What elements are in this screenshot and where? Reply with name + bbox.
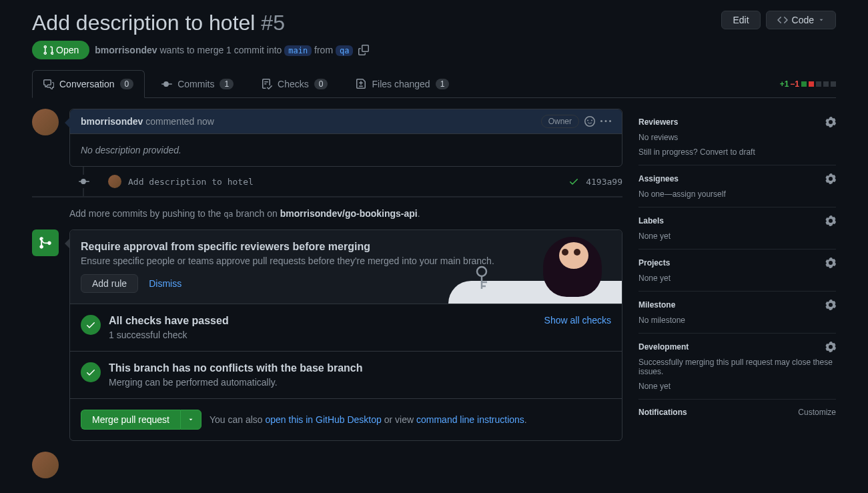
code-icon <box>777 15 788 25</box>
development-body: None yet <box>638 382 836 391</box>
base-branch[interactable]: main <box>284 45 312 56</box>
assignees-body[interactable]: No one—assign yourself <box>638 189 836 199</box>
checks-desc: 1 successful check <box>109 330 536 340</box>
tab-commits[interactable]: Commits 1 <box>150 70 245 97</box>
labels-body: None yet <box>638 231 836 241</box>
checks-status-icon <box>81 315 101 335</box>
pr-author[interactable]: bmorrisondev <box>95 45 157 55</box>
checks-title: All checks have passed <box>109 315 536 327</box>
commit-author-avatar <box>108 175 121 188</box>
git-pull-request-icon <box>43 45 53 55</box>
show-all-checks[interactable]: Show all checks <box>544 315 611 326</box>
reviewers-title: Reviewers <box>638 117 678 127</box>
git-merge-icon <box>39 236 52 250</box>
commit-sha[interactable]: 4193a99 <box>586 177 622 187</box>
notifications-title: Notifications <box>638 408 687 417</box>
comment-box: bmorrisondev commented now Owner No desc… <box>69 109 622 167</box>
comment-time: commented now <box>145 116 214 127</box>
projects-title: Projects <box>638 258 670 268</box>
development-desc: Successfully merging this pull request m… <box>638 358 836 376</box>
customize-link[interactable]: Customize <box>798 408 836 417</box>
files-count: 1 <box>436 79 450 89</box>
cli-instructions-link[interactable]: command line instructions <box>416 414 524 425</box>
convert-draft-link[interactable]: Still in progress? Convert to draft <box>638 147 836 157</box>
check-icon <box>568 176 579 187</box>
git-commit-icon <box>161 79 172 89</box>
merge-pull-request-button[interactable]: Merge pull request <box>81 410 180 430</box>
kebab-icon[interactable] <box>600 116 611 127</box>
checklist-icon <box>262 79 272 89</box>
gear-icon[interactable] <box>825 173 836 184</box>
tab-conversation[interactable]: Conversation 0 <box>32 70 145 98</box>
merge-summary: bmorrisondev wants to merge 1 commit int… <box>95 45 353 55</box>
gear-icon[interactable] <box>825 215 836 226</box>
milestone-body: No milestone <box>638 316 836 325</box>
pr-title: Add description to hotel #5 <box>32 11 285 35</box>
merge-hint: You can also open this in GitHub Desktop… <box>209 414 527 425</box>
pr-title-text: Add description to hotel <box>32 11 255 35</box>
projects-body: None yet <box>638 274 836 283</box>
code-button[interactable]: Code <box>766 11 836 29</box>
add-rule-button[interactable]: Add rule <box>81 274 138 293</box>
conflict-title: This branch has no conflicts with the ba… <box>109 362 611 374</box>
comment-author[interactable]: bmorrisondev <box>81 116 143 127</box>
commits-count: 1 <box>220 79 234 89</box>
copy-icon[interactable] <box>358 45 369 55</box>
assignees-title: Assignees <box>638 174 679 183</box>
current-user-avatar[interactable] <box>32 452 59 478</box>
development-title: Development <box>638 342 689 352</box>
comment-discussion-icon <box>43 79 54 89</box>
gear-icon[interactable] <box>825 117 836 127</box>
push-hint: Add more commits by pushing to the qa br… <box>69 208 622 219</box>
gear-icon[interactable] <box>825 258 836 268</box>
comment-body: No description provided. <box>70 134 622 166</box>
gear-icon[interactable] <box>825 300 836 310</box>
rule-panel-desc: Ensure specific people or teams approve … <box>81 256 494 266</box>
dismiss-link[interactable]: Dismiss <box>149 278 181 289</box>
merge-dropdown-button[interactable] <box>180 410 201 430</box>
head-branch[interactable]: qa <box>336 45 353 56</box>
tab-checks[interactable]: Checks 0 <box>250 70 339 97</box>
commit-message[interactable]: Add description to hotel <box>128 177 254 187</box>
file-diff-icon <box>356 79 366 89</box>
tab-files-changed[interactable]: Files changed 1 <box>344 70 460 97</box>
merge-icon <box>32 229 59 256</box>
smiley-icon[interactable] <box>584 116 595 127</box>
git-commit-icon <box>79 176 89 187</box>
gear-icon[interactable] <box>825 342 836 352</box>
caret-down-icon <box>187 416 194 423</box>
commit-row[interactable]: Add description to hotel 4193a99 <box>108 175 622 188</box>
conversation-count: 0 <box>120 79 134 89</box>
rule-panel-title: Require approval from specific reviewers… <box>81 241 494 253</box>
conflict-desc: Merging can be performed automatically. <box>109 377 611 388</box>
labels-title: Labels <box>638 216 664 225</box>
owner-badge: Owner <box>541 115 579 128</box>
diffstat: +1 −1 <box>780 79 836 89</box>
author-avatar[interactable] <box>32 109 59 135</box>
caret-down-icon <box>818 17 825 23</box>
pr-number: #5 <box>261 11 285 35</box>
state-badge: Open <box>32 41 89 59</box>
edit-button[interactable]: Edit <box>721 11 760 29</box>
conflict-status-icon <box>81 362 101 382</box>
open-desktop-link[interactable]: open this in GitHub Desktop <box>266 414 382 425</box>
milestone-title: Milestone <box>638 300 675 310</box>
reviewers-body: No reviews <box>638 133 836 142</box>
checks-count: 0 <box>314 79 328 89</box>
